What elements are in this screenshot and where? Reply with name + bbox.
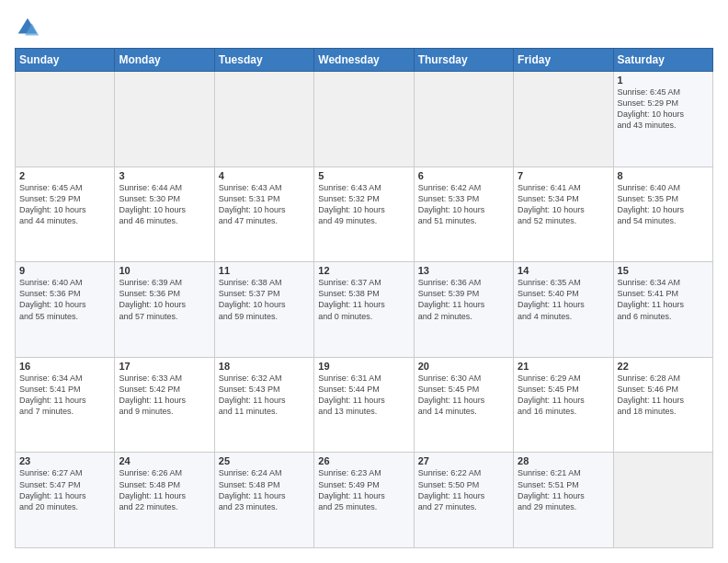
calendar-cell: 12Sunrise: 6:37 AM Sunset: 5:38 PM Dayli… bbox=[314, 262, 414, 358]
day-number: 13 bbox=[418, 265, 509, 276]
day-number: 26 bbox=[318, 455, 409, 466]
day-number: 14 bbox=[518, 265, 609, 276]
day-info: Sunrise: 6:26 AM Sunset: 5:48 PM Dayligh… bbox=[119, 467, 210, 512]
calendar-week-3: 9Sunrise: 6:40 AM Sunset: 5:36 PM Daylig… bbox=[16, 262, 713, 358]
day-info: Sunrise: 6:23 AM Sunset: 5:49 PM Dayligh… bbox=[318, 467, 409, 512]
day-number: 23 bbox=[19, 455, 110, 466]
calendar-week-1: 1Sunrise: 6:45 AM Sunset: 5:29 PM Daylig… bbox=[16, 72, 713, 167]
day-number: 1 bbox=[618, 75, 709, 86]
day-info: Sunrise: 6:38 AM Sunset: 5:37 PM Dayligh… bbox=[219, 277, 310, 322]
day-info: Sunrise: 6:29 AM Sunset: 5:45 PM Dayligh… bbox=[518, 373, 609, 418]
calendar-header-thursday: Thursday bbox=[414, 49, 513, 72]
day-number: 7 bbox=[518, 170, 609, 181]
day-number: 22 bbox=[618, 361, 709, 372]
calendar-cell: 25Sunrise: 6:24 AM Sunset: 5:48 PM Dayli… bbox=[214, 453, 313, 548]
day-number: 5 bbox=[318, 170, 409, 181]
calendar-week-4: 16Sunrise: 6:34 AM Sunset: 5:41 PM Dayli… bbox=[16, 357, 713, 453]
day-number: 19 bbox=[318, 361, 409, 372]
calendar-cell: 8Sunrise: 6:40 AM Sunset: 5:35 PM Daylig… bbox=[613, 167, 712, 262]
calendar-cell: 16Sunrise: 6:34 AM Sunset: 5:41 PM Dayli… bbox=[16, 357, 115, 453]
calendar-cell bbox=[613, 453, 712, 548]
calendar-cell: 22Sunrise: 6:28 AM Sunset: 5:46 PM Dayli… bbox=[613, 357, 712, 453]
day-info: Sunrise: 6:31 AM Sunset: 5:44 PM Dayligh… bbox=[318, 373, 409, 418]
day-info: Sunrise: 6:45 AM Sunset: 5:29 PM Dayligh… bbox=[19, 182, 110, 227]
calendar-cell: 9Sunrise: 6:40 AM Sunset: 5:36 PM Daylig… bbox=[16, 262, 115, 358]
calendar-cell: 3Sunrise: 6:44 AM Sunset: 5:30 PM Daylig… bbox=[115, 167, 214, 262]
day-number: 16 bbox=[19, 361, 110, 372]
day-number: 2 bbox=[19, 170, 110, 181]
day-number: 11 bbox=[219, 265, 310, 276]
day-number: 17 bbox=[119, 361, 210, 372]
logo-icon bbox=[15, 15, 40, 40]
day-number: 6 bbox=[418, 170, 509, 181]
calendar-cell: 23Sunrise: 6:27 AM Sunset: 5:47 PM Dayli… bbox=[16, 453, 115, 548]
calendar-cell: 11Sunrise: 6:38 AM Sunset: 5:37 PM Dayli… bbox=[214, 262, 313, 358]
day-info: Sunrise: 6:45 AM Sunset: 5:29 PM Dayligh… bbox=[618, 86, 709, 132]
calendar-cell: 17Sunrise: 6:33 AM Sunset: 5:42 PM Dayli… bbox=[115, 357, 214, 453]
header bbox=[15, 15, 713, 40]
day-number: 3 bbox=[119, 170, 210, 181]
calendar-header-saturday: Saturday bbox=[613, 49, 712, 72]
calendar-cell: 20Sunrise: 6:30 AM Sunset: 5:45 PM Dayli… bbox=[414, 357, 513, 453]
day-info: Sunrise: 6:44 AM Sunset: 5:30 PM Dayligh… bbox=[119, 182, 210, 227]
day-info: Sunrise: 6:30 AM Sunset: 5:45 PM Dayligh… bbox=[418, 373, 509, 418]
calendar-cell bbox=[214, 72, 313, 167]
day-info: Sunrise: 6:34 AM Sunset: 5:41 PM Dayligh… bbox=[19, 373, 110, 418]
day-number: 24 bbox=[119, 455, 210, 466]
calendar-cell: 4Sunrise: 6:43 AM Sunset: 5:31 PM Daylig… bbox=[214, 167, 313, 262]
calendar-week-5: 23Sunrise: 6:27 AM Sunset: 5:47 PM Dayli… bbox=[16, 453, 713, 548]
calendar-cell: 15Sunrise: 6:34 AM Sunset: 5:41 PM Dayli… bbox=[613, 262, 712, 358]
calendar-cell: 18Sunrise: 6:32 AM Sunset: 5:43 PM Dayli… bbox=[214, 357, 313, 453]
calendar-cell: 21Sunrise: 6:29 AM Sunset: 5:45 PM Dayli… bbox=[514, 357, 613, 453]
day-info: Sunrise: 6:41 AM Sunset: 5:34 PM Dayligh… bbox=[518, 182, 609, 227]
day-number: 9 bbox=[19, 265, 110, 276]
day-info: Sunrise: 6:28 AM Sunset: 5:46 PM Dayligh… bbox=[618, 373, 709, 418]
calendar-header-row: SundayMondayTuesdayWednesdayThursdayFrid… bbox=[16, 49, 713, 72]
day-info: Sunrise: 6:36 AM Sunset: 5:39 PM Dayligh… bbox=[418, 277, 509, 322]
day-number: 20 bbox=[418, 361, 509, 372]
calendar-cell: 24Sunrise: 6:26 AM Sunset: 5:48 PM Dayli… bbox=[115, 453, 214, 548]
calendar-cell: 13Sunrise: 6:36 AM Sunset: 5:39 PM Dayli… bbox=[414, 262, 513, 358]
day-number: 21 bbox=[518, 361, 609, 372]
calendar-header-monday: Monday bbox=[115, 49, 214, 72]
calendar-cell bbox=[514, 72, 613, 167]
calendar-cell bbox=[16, 72, 115, 167]
calendar-table: SundayMondayTuesdayWednesdayThursdayFrid… bbox=[15, 48, 713, 548]
page: SundayMondayTuesdayWednesdayThursdayFrid… bbox=[0, 0, 728, 563]
day-number: 12 bbox=[318, 265, 409, 276]
calendar-cell: 19Sunrise: 6:31 AM Sunset: 5:44 PM Dayli… bbox=[314, 357, 414, 453]
day-number: 27 bbox=[418, 455, 509, 466]
day-info: Sunrise: 6:40 AM Sunset: 5:36 PM Dayligh… bbox=[19, 277, 110, 322]
calendar-header-friday: Friday bbox=[514, 49, 613, 72]
day-info: Sunrise: 6:40 AM Sunset: 5:35 PM Dayligh… bbox=[618, 182, 709, 227]
calendar-cell: 10Sunrise: 6:39 AM Sunset: 5:36 PM Dayli… bbox=[115, 262, 214, 358]
calendar-header-sunday: Sunday bbox=[16, 49, 115, 72]
day-info: Sunrise: 6:37 AM Sunset: 5:38 PM Dayligh… bbox=[318, 277, 409, 322]
calendar-cell: 1Sunrise: 6:45 AM Sunset: 5:29 PM Daylig… bbox=[613, 72, 712, 167]
day-number: 10 bbox=[119, 265, 210, 276]
day-info: Sunrise: 6:22 AM Sunset: 5:50 PM Dayligh… bbox=[418, 467, 509, 512]
day-number: 4 bbox=[219, 170, 310, 181]
day-info: Sunrise: 6:42 AM Sunset: 5:33 PM Dayligh… bbox=[418, 182, 509, 227]
calendar-cell bbox=[314, 72, 414, 167]
day-info: Sunrise: 6:34 AM Sunset: 5:41 PM Dayligh… bbox=[618, 277, 709, 322]
calendar-cell: 2Sunrise: 6:45 AM Sunset: 5:29 PM Daylig… bbox=[16, 167, 115, 262]
logo bbox=[15, 15, 44, 40]
day-number: 28 bbox=[518, 455, 609, 466]
calendar-cell: 14Sunrise: 6:35 AM Sunset: 5:40 PM Dayli… bbox=[514, 262, 613, 358]
day-info: Sunrise: 6:35 AM Sunset: 5:40 PM Dayligh… bbox=[518, 277, 609, 322]
calendar-cell: 7Sunrise: 6:41 AM Sunset: 5:34 PM Daylig… bbox=[514, 167, 613, 262]
calendar-cell bbox=[115, 72, 214, 167]
day-number: 18 bbox=[219, 361, 310, 372]
day-number: 15 bbox=[618, 265, 709, 276]
day-info: Sunrise: 6:27 AM Sunset: 5:47 PM Dayligh… bbox=[19, 467, 110, 512]
day-info: Sunrise: 6:43 AM Sunset: 5:32 PM Dayligh… bbox=[318, 182, 409, 227]
calendar-cell: 5Sunrise: 6:43 AM Sunset: 5:32 PM Daylig… bbox=[314, 167, 414, 262]
calendar-cell: 6Sunrise: 6:42 AM Sunset: 5:33 PM Daylig… bbox=[414, 167, 513, 262]
calendar-cell: 27Sunrise: 6:22 AM Sunset: 5:50 PM Dayli… bbox=[414, 453, 513, 548]
calendar-cell: 26Sunrise: 6:23 AM Sunset: 5:49 PM Dayli… bbox=[314, 453, 414, 548]
day-info: Sunrise: 6:24 AM Sunset: 5:48 PM Dayligh… bbox=[219, 467, 310, 512]
calendar-header-tuesday: Tuesday bbox=[214, 49, 313, 72]
day-info: Sunrise: 6:43 AM Sunset: 5:31 PM Dayligh… bbox=[219, 182, 310, 227]
day-number: 8 bbox=[618, 170, 709, 181]
